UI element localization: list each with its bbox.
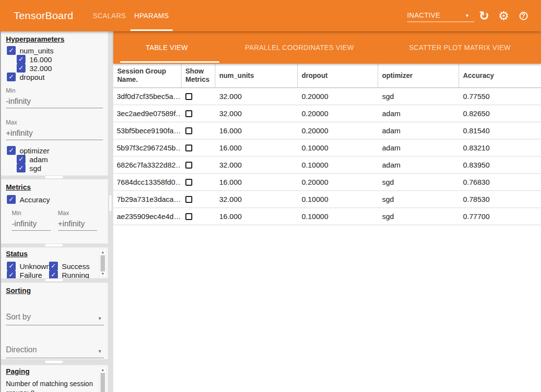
- tab-scatter-plot-matrix-view[interactable]: SCATTER PLOT MATRIX VIEW: [379, 31, 541, 64]
- paging-scrollbar[interactable]: ▲: [99, 366, 106, 391]
- show-metrics-cell: [181, 145, 215, 151]
- min-input[interactable]: -infinity: [12, 220, 51, 231]
- accuracy-value: 0.78530: [459, 195, 541, 203]
- max-input[interactable]: +infinity: [6, 129, 103, 140]
- status-scrollbar[interactable]: ▲ ▼: [99, 248, 106, 277]
- num-units-label: num_units: [20, 47, 53, 55]
- top-header: TensorBoard SCALARS HPARAMS INACTIVE ▼ ↻…: [0, 0, 541, 31]
- direction-select[interactable]: Direction ▼: [6, 344, 104, 358]
- session-groups-table: Session Group Name. Show Metrics num_uni…: [113, 64, 541, 225]
- status-failure-checkbox[interactable]: ✓: [7, 270, 16, 278]
- show-metrics-checkbox[interactable]: [185, 162, 192, 169]
- reload-status-dropdown[interactable]: INACTIVE ▼: [407, 0, 474, 31]
- show-metrics-cell: [181, 110, 215, 117]
- accuracy-value: 0.82650: [459, 109, 541, 118]
- panel-resize-handle[interactable]: [45, 176, 63, 178]
- column-header-optimizer: optimizer: [378, 64, 459, 87]
- show-metrics-checkbox[interactable]: [185, 93, 192, 100]
- optimizer-value: adam: [378, 126, 459, 135]
- show-metrics-checkbox[interactable]: [185, 213, 192, 220]
- status-option-failure: ✓ Failure: [7, 270, 49, 278]
- show-metrics-checkbox[interactable]: [185, 196, 192, 203]
- table-row: 6826c7fa3322d82… 32.000 0.10000 adam 0.8…: [113, 157, 541, 174]
- panel-resize-handle[interactable]: [45, 279, 63, 281]
- dropout-value: 0.10000: [297, 212, 378, 220]
- panel-resize-handle[interactable]: [45, 361, 63, 363]
- chevron-down-icon: ▼: [98, 316, 102, 321]
- show-metrics-checkbox[interactable]: [185, 127, 192, 134]
- min-label: Min: [12, 210, 51, 217]
- session-group-name: 7b29a731e3daca…: [113, 195, 181, 203]
- tab-hparams[interactable]: HPARAMS: [130, 0, 173, 31]
- status-unknown-checkbox[interactable]: ✓: [7, 262, 16, 270]
- optimizer-sgd-checkbox[interactable]: ✓: [17, 164, 26, 172]
- optimizer-adam-checkbox[interactable]: ✓: [17, 155, 26, 164]
- accuracy-checkbox[interactable]: ✓: [7, 195, 16, 204]
- help-button[interactable]: ?: [514, 0, 533, 31]
- optimizer-value-row: ✓ sgd: [17, 164, 108, 172]
- tab-parallel-coordinates-view[interactable]: PARALLEL COORDINATES VIEW: [220, 31, 379, 64]
- scrollbar-thumb[interactable]: [101, 255, 105, 271]
- scroll-down-icon[interactable]: ▼: [100, 271, 106, 276]
- num-units-value: 32.000: [215, 109, 297, 118]
- dropdown-underline: [407, 22, 474, 22]
- num-units-value: 32.000: [215, 161, 297, 169]
- optimizer-value: sgd: [378, 195, 459, 203]
- status-failure-label: Failure: [20, 271, 42, 279]
- status-panel: Status ✓ Unknown ✓ Success ✓ Failure ✓ R…: [1, 247, 108, 278]
- status-running-checkbox[interactable]: ✓: [49, 270, 58, 278]
- column-header-dropout: dropout: [297, 64, 378, 87]
- table-row: 7b29a731e3daca… 32.000 0.10000 sgd 0.785…: [113, 191, 541, 208]
- sort-by-select[interactable]: Sort by ▼: [6, 312, 104, 325]
- num-units-16-label: 16.000: [29, 55, 52, 64]
- session-group-name: 6826c7fa3322d82…: [113, 161, 181, 169]
- table-row: 5b97f3c2967245b… 16.000 0.10000 adam 0.8…: [113, 140, 541, 157]
- chevron-down-icon: ▼: [98, 349, 102, 354]
- accuracy-value: 0.77550: [459, 92, 541, 100]
- optimizer-checkbox[interactable]: ✓: [7, 146, 16, 155]
- dropout-label: dropout: [20, 73, 45, 81]
- accuracy-checkbox-row: ✓ Accuracy: [7, 195, 108, 204]
- panel-resize-handle[interactable]: [45, 244, 63, 246]
- matching-groups-summary: Number of matching session groups: 8: [6, 379, 95, 392]
- dropout-value: 0.20000: [297, 109, 378, 118]
- show-metrics-checkbox[interactable]: [185, 179, 192, 186]
- refresh-button[interactable]: ↻: [474, 0, 494, 31]
- tab-scalars[interactable]: SCALARS: [88, 0, 130, 31]
- show-metrics-cell: [181, 179, 215, 186]
- sidebar-resize-handle[interactable]: [109, 195, 111, 211]
- min-input[interactable]: -infinity: [6, 97, 103, 108]
- status-success-checkbox[interactable]: ✓: [49, 262, 58, 270]
- dropout-value: 0.20000: [297, 92, 378, 100]
- accuracy-max-field: Max +infinity: [58, 210, 97, 231]
- help-icon: ?: [519, 12, 528, 20]
- max-label: Max: [6, 119, 103, 126]
- accuracy-value: 0.83210: [459, 144, 541, 152]
- show-metrics-checkbox[interactable]: [185, 145, 192, 151]
- table-row: 7684dcc13358fd0… 16.000 0.20000 sgd 0.76…: [113, 174, 541, 191]
- num-units-checkbox[interactable]: ✓: [7, 46, 16, 55]
- num-units-32-label: 32.000: [29, 64, 52, 73]
- num-units-16-checkbox[interactable]: ✓: [17, 55, 26, 64]
- scroll-up-icon[interactable]: ▲: [100, 249, 106, 255]
- optimizer-value: sgd: [378, 178, 459, 186]
- status-options: ✓ Unknown ✓ Success ✓ Failure ✓ Running: [7, 262, 108, 278]
- show-metrics-checkbox[interactable]: [185, 110, 192, 117]
- show-metrics-cell: [181, 213, 215, 220]
- optimizer-value-row: ✓ adam: [17, 155, 108, 164]
- show-metrics-cell: [181, 127, 215, 134]
- settings-button[interactable]: ⚙: [494, 0, 514, 31]
- session-group-name: ae235909ec4e4d…: [113, 212, 181, 220]
- active-view-underline: [120, 61, 219, 63]
- dropout-value: 0.20000: [297, 126, 378, 135]
- dropout-checkbox[interactable]: ✓: [7, 73, 16, 81]
- num-units-value: 32.000: [215, 195, 297, 203]
- scrollbar-thumb[interactable]: [101, 373, 105, 392]
- max-input[interactable]: +infinity: [58, 220, 97, 231]
- optimizer-adam-label: adam: [29, 155, 48, 164]
- tab-table-view[interactable]: TABLE VIEW: [113, 31, 220, 64]
- accuracy-label: Accuracy: [20, 196, 50, 204]
- scroll-up-icon[interactable]: ▲: [100, 367, 106, 372]
- num-units-32-checkbox[interactable]: ✓: [17, 64, 26, 73]
- column-header-accuracy: Accuracy: [459, 64, 541, 87]
